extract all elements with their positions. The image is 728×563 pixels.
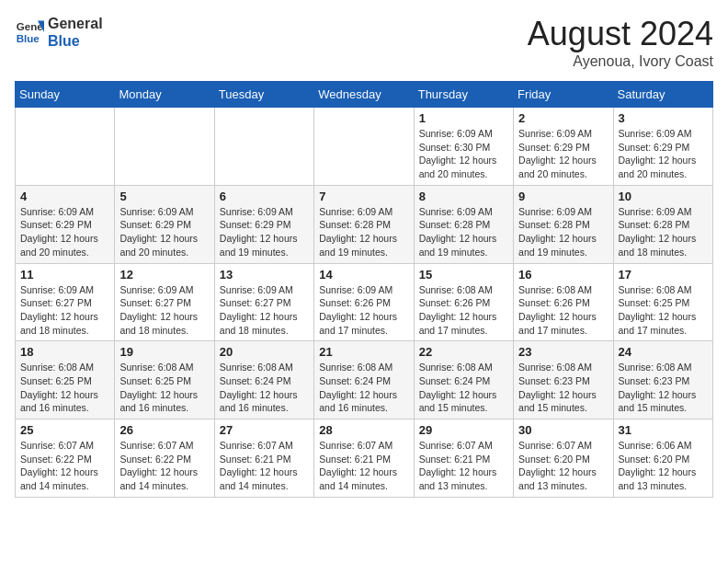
day-info: Sunrise: 6:09 AM Sunset: 6:30 PM Dayligh… bbox=[419, 127, 508, 181]
calendar-week-row: 1Sunrise: 6:09 AM Sunset: 6:30 PM Daylig… bbox=[16, 108, 713, 186]
day-info: Sunrise: 6:08 AM Sunset: 6:26 PM Dayligh… bbox=[419, 283, 508, 338]
calendar-day-cell: 8Sunrise: 6:09 AM Sunset: 6:28 PM Daylig… bbox=[414, 185, 513, 263]
calendar-day-cell bbox=[16, 108, 115, 186]
day-info: Sunrise: 6:07 AM Sunset: 6:21 PM Dayligh… bbox=[419, 439, 508, 493]
day-number: 2 bbox=[518, 111, 608, 125]
calendar-day-cell: 27Sunrise: 6:07 AM Sunset: 6:21 PM Dayli… bbox=[214, 419, 313, 498]
day-number: 15 bbox=[419, 268, 508, 282]
day-number: 5 bbox=[119, 190, 209, 203]
calendar-day-cell: 10Sunrise: 6:09 AM Sunset: 6:28 PM Dayli… bbox=[613, 185, 712, 263]
day-info: Sunrise: 6:07 AM Sunset: 6:21 PM Dayligh… bbox=[220, 439, 309, 493]
day-of-week-header: Monday bbox=[115, 82, 214, 108]
calendar-day-cell: 17Sunrise: 6:08 AM Sunset: 6:25 PM Dayli… bbox=[613, 263, 712, 341]
logo-icon: General Blue bbox=[15, 17, 44, 47]
calendar-day-cell: 26Sunrise: 6:07 AM Sunset: 6:22 PM Dayli… bbox=[115, 419, 214, 498]
calendar-day-cell: 16Sunrise: 6:08 AM Sunset: 6:26 PM Dayli… bbox=[514, 263, 613, 341]
calendar-day-cell: 19Sunrise: 6:08 AM Sunset: 6:25 PM Dayli… bbox=[115, 341, 214, 419]
day-info: Sunrise: 6:08 AM Sunset: 6:24 PM Dayligh… bbox=[419, 361, 508, 415]
calendar-day-cell: 24Sunrise: 6:08 AM Sunset: 6:23 PM Dayli… bbox=[613, 341, 712, 419]
calendar-week-row: 4Sunrise: 6:09 AM Sunset: 6:29 PM Daylig… bbox=[16, 185, 713, 263]
day-number: 7 bbox=[319, 190, 408, 203]
calendar-day-cell: 28Sunrise: 6:07 AM Sunset: 6:21 PM Dayli… bbox=[314, 419, 414, 498]
day-number: 10 bbox=[619, 190, 708, 203]
calendar-day-cell: 5Sunrise: 6:09 AM Sunset: 6:29 PM Daylig… bbox=[115, 185, 214, 263]
day-info: Sunrise: 6:09 AM Sunset: 6:29 PM Dayligh… bbox=[20, 205, 109, 259]
day-info: Sunrise: 6:08 AM Sunset: 6:24 PM Dayligh… bbox=[220, 361, 309, 415]
logo: General Blue General Blue bbox=[15, 15, 103, 50]
day-number: 13 bbox=[220, 268, 309, 282]
day-info: Sunrise: 6:07 AM Sunset: 6:22 PM Dayligh… bbox=[119, 439, 209, 493]
day-info: Sunrise: 6:09 AM Sunset: 6:28 PM Dayligh… bbox=[419, 205, 508, 259]
calendar-day-cell: 18Sunrise: 6:08 AM Sunset: 6:25 PM Dayli… bbox=[16, 341, 115, 419]
calendar-day-cell: 22Sunrise: 6:08 AM Sunset: 6:24 PM Dayli… bbox=[414, 341, 513, 419]
day-number: 16 bbox=[518, 268, 608, 282]
day-number: 14 bbox=[319, 268, 408, 282]
calendar-day-cell: 14Sunrise: 6:09 AM Sunset: 6:26 PM Dayli… bbox=[314, 263, 414, 341]
day-info: Sunrise: 6:08 AM Sunset: 6:23 PM Dayligh… bbox=[619, 361, 708, 415]
day-info: Sunrise: 6:09 AM Sunset: 6:27 PM Dayligh… bbox=[20, 283, 109, 338]
calendar-day-cell: 20Sunrise: 6:08 AM Sunset: 6:24 PM Dayli… bbox=[214, 341, 313, 419]
day-info: Sunrise: 6:09 AM Sunset: 6:29 PM Dayligh… bbox=[220, 205, 309, 259]
day-info: Sunrise: 6:09 AM Sunset: 6:27 PM Dayligh… bbox=[119, 283, 209, 338]
calendar-day-cell bbox=[214, 108, 313, 186]
calendar-day-cell: 29Sunrise: 6:07 AM Sunset: 6:21 PM Dayli… bbox=[414, 419, 513, 498]
day-number: 29 bbox=[419, 423, 508, 437]
calendar-day-cell: 9Sunrise: 6:09 AM Sunset: 6:28 PM Daylig… bbox=[514, 185, 613, 263]
day-number: 28 bbox=[319, 423, 408, 437]
day-info: Sunrise: 6:09 AM Sunset: 6:27 PM Dayligh… bbox=[220, 283, 309, 338]
calendar-day-cell: 13Sunrise: 6:09 AM Sunset: 6:27 PM Dayli… bbox=[214, 263, 313, 341]
calendar-day-cell: 11Sunrise: 6:09 AM Sunset: 6:27 PM Dayli… bbox=[16, 263, 115, 341]
day-number: 4 bbox=[20, 190, 109, 203]
day-info: Sunrise: 6:07 AM Sunset: 6:22 PM Dayligh… bbox=[20, 439, 109, 493]
calendar-day-cell: 7Sunrise: 6:09 AM Sunset: 6:28 PM Daylig… bbox=[314, 185, 414, 263]
day-number: 27 bbox=[220, 423, 309, 437]
calendar-day-cell: 12Sunrise: 6:09 AM Sunset: 6:27 PM Dayli… bbox=[115, 263, 214, 341]
day-info: Sunrise: 6:08 AM Sunset: 6:24 PM Dayligh… bbox=[319, 361, 408, 415]
calendar-week-row: 18Sunrise: 6:08 AM Sunset: 6:25 PM Dayli… bbox=[16, 341, 713, 419]
title-block: August 2024 Ayenoua, Ivory Coast bbox=[528, 15, 713, 70]
day-number: 1 bbox=[419, 111, 508, 125]
day-info: Sunrise: 6:06 AM Sunset: 6:20 PM Dayligh… bbox=[619, 439, 708, 493]
calendar-day-cell: 4Sunrise: 6:09 AM Sunset: 6:29 PM Daylig… bbox=[16, 185, 115, 263]
calendar-day-cell: 2Sunrise: 6:09 AM Sunset: 6:29 PM Daylig… bbox=[514, 108, 613, 186]
day-info: Sunrise: 6:09 AM Sunset: 6:29 PM Dayligh… bbox=[119, 205, 209, 259]
day-of-week-header: Wednesday bbox=[314, 82, 414, 108]
calendar-day-cell: 31Sunrise: 6:06 AM Sunset: 6:20 PM Dayli… bbox=[613, 419, 712, 498]
day-info: Sunrise: 6:08 AM Sunset: 6:25 PM Dayligh… bbox=[619, 283, 708, 338]
day-number: 3 bbox=[619, 111, 708, 125]
calendar-week-row: 25Sunrise: 6:07 AM Sunset: 6:22 PM Dayli… bbox=[16, 419, 713, 498]
logo-general: General bbox=[48, 15, 103, 32]
day-number: 12 bbox=[119, 268, 209, 282]
day-of-week-header: Thursday bbox=[414, 82, 513, 108]
logo-blue: Blue bbox=[48, 32, 103, 50]
calendar-day-cell bbox=[115, 108, 214, 186]
day-of-week-header: Friday bbox=[514, 82, 613, 108]
day-of-week-header: Sunday bbox=[16, 82, 115, 108]
day-number: 6 bbox=[220, 190, 309, 203]
day-number: 30 bbox=[518, 423, 608, 437]
day-number: 24 bbox=[619, 345, 708, 359]
calendar-day-cell: 25Sunrise: 6:07 AM Sunset: 6:22 PM Dayli… bbox=[16, 419, 115, 498]
day-info: Sunrise: 6:09 AM Sunset: 6:28 PM Dayligh… bbox=[518, 205, 608, 259]
day-number: 11 bbox=[20, 268, 109, 282]
day-info: Sunrise: 6:07 AM Sunset: 6:21 PM Dayligh… bbox=[319, 439, 408, 493]
location: Ayenoua, Ivory Coast bbox=[528, 53, 713, 70]
day-number: 9 bbox=[518, 190, 608, 203]
day-info: Sunrise: 6:09 AM Sunset: 6:26 PM Dayligh… bbox=[319, 283, 408, 338]
day-number: 17 bbox=[619, 268, 708, 282]
day-number: 22 bbox=[419, 345, 508, 359]
calendar-day-cell bbox=[314, 108, 414, 186]
day-number: 8 bbox=[419, 190, 508, 203]
day-info: Sunrise: 6:09 AM Sunset: 6:28 PM Dayligh… bbox=[619, 205, 708, 259]
day-info: Sunrise: 6:08 AM Sunset: 6:23 PM Dayligh… bbox=[518, 361, 608, 415]
calendar-week-row: 11Sunrise: 6:09 AM Sunset: 6:27 PM Dayli… bbox=[16, 263, 713, 341]
calendar-table: SundayMondayTuesdayWednesdayThursdayFrid… bbox=[15, 81, 713, 498]
page-header: General Blue General Blue August 2024 Ay… bbox=[15, 15, 713, 70]
day-number: 21 bbox=[319, 345, 408, 359]
day-number: 19 bbox=[119, 345, 209, 359]
day-info: Sunrise: 6:08 AM Sunset: 6:25 PM Dayligh… bbox=[119, 361, 209, 415]
calendar-day-cell: 3Sunrise: 6:09 AM Sunset: 6:29 PM Daylig… bbox=[613, 108, 712, 186]
day-of-week-header: Saturday bbox=[613, 82, 712, 108]
day-of-week-header: Tuesday bbox=[214, 82, 313, 108]
day-info: Sunrise: 6:09 AM Sunset: 6:28 PM Dayligh… bbox=[319, 205, 408, 259]
